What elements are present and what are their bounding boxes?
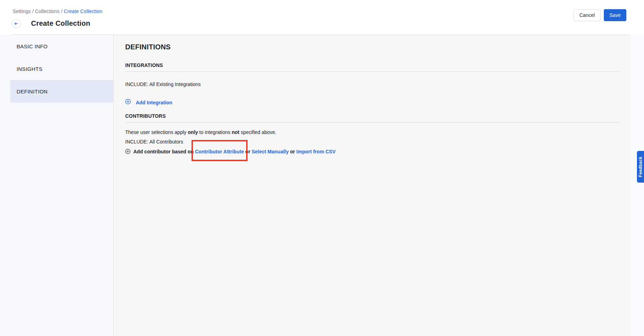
plus-circle-icon (125, 99, 131, 106)
page-title: Create Collection (31, 19, 90, 28)
add-integration-button[interactable]: Add Integration (125, 99, 172, 106)
breadcrumb-separator: / (60, 8, 64, 14)
add-contributor-prefix: Add contributor based on (133, 149, 195, 154)
breadcrumb-create-collection[interactable]: Create Collection (64, 8, 102, 14)
breadcrumb-settings[interactable]: Settings (13, 8, 31, 14)
feedback-tab-label: Feedback (638, 157, 643, 177)
sidebar-item-basic-info[interactable]: BASIC INFO (10, 35, 113, 57)
right-gutter: Feedback (631, 35, 644, 336)
definitions-title: DEFINITIONS (125, 43, 620, 51)
contributors-include-text: INCLUDE: All Contributors (125, 139, 620, 145)
contributors-section-label: CONTRIBUTORS (125, 113, 620, 119)
back-button[interactable] (12, 19, 21, 28)
breadcrumb-collections[interactable]: Collections (35, 8, 60, 14)
body-layout: BASIC INFO INSIGHTS DEFINITION DEFINITIO… (0, 35, 644, 336)
sidebar-item-insights[interactable]: INSIGHTS (10, 57, 113, 80)
page-header: Settings/Collections/Create Collection C… (0, 0, 644, 35)
contributor-attribute-wrap: Contributor Attribute (195, 149, 244, 154)
add-integration-label: Add Integration (136, 99, 172, 106)
cancel-button[interactable]: Cancel (573, 9, 601, 21)
feedback-tab[interactable]: Feedback (637, 151, 644, 183)
import-from-csv-link[interactable]: Import from CSV (296, 149, 335, 154)
contributors-note: These user selections apply only to inte… (125, 129, 620, 135)
plus-circle-icon (125, 149, 130, 155)
definitions-panel: DEFINITIONS INTEGRATIONS INCLUDE: All Ex… (114, 35, 631, 336)
note-text: These user selections apply (125, 129, 188, 135)
header-actions: Cancel Save (573, 9, 626, 21)
select-manually-link[interactable]: Select Manually (251, 149, 288, 154)
note-bold-not: not (232, 129, 239, 135)
sidebar-item-definition[interactable]: DEFINITION (10, 80, 113, 103)
save-button[interactable]: Save (604, 9, 626, 21)
or-text: or (289, 149, 297, 154)
integrations-include-text: INCLUDE: All Existing Integrations (125, 81, 620, 87)
contributor-attribute-link[interactable]: Contributor Attribute (195, 149, 244, 154)
contributors-divider (125, 122, 620, 123)
sidebar-nav: BASIC INFO INSIGHTS DEFINITION (0, 35, 114, 336)
note-text: to integrations (198, 129, 232, 135)
breadcrumb: Settings/Collections/Create Collection (13, 8, 102, 14)
integrations-section-label: INTEGRATIONS (125, 62, 620, 68)
or-text: or (244, 149, 252, 154)
arrow-left-icon (14, 21, 19, 26)
note-text: specified above. (239, 129, 277, 135)
note-bold-only: only (188, 129, 198, 135)
integrations-divider (125, 72, 620, 72)
add-contributor-row: Add contributor based on Contributor Att… (125, 149, 620, 155)
breadcrumb-separator: / (31, 8, 35, 14)
